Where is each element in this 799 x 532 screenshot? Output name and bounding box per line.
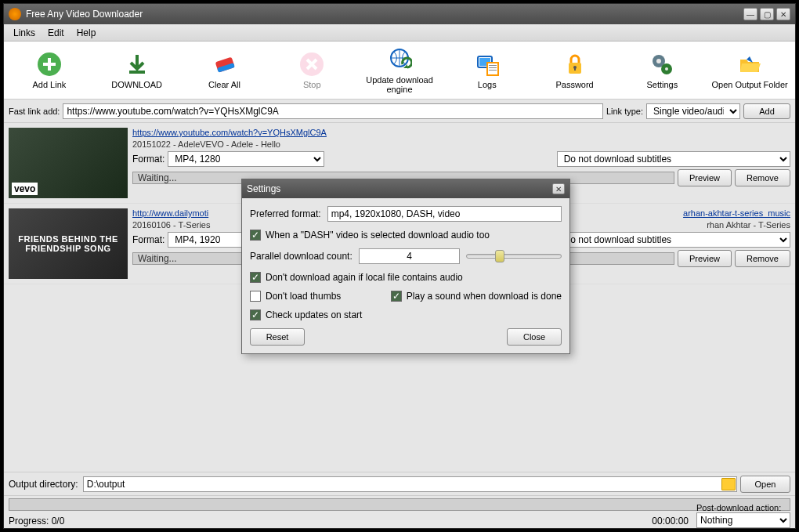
svg-rect-10 [487,63,498,75]
svg-rect-11 [489,65,497,66]
plus-icon [37,52,62,77]
dont-load-thumbs-checkbox[interactable] [250,291,261,302]
svg-rect-16 [574,67,576,71]
preview-button[interactable]: Preview [678,169,732,186]
item-url-link[interactable]: http://www.dailymoti [132,208,208,218]
status-bar: Progress: 0/0 00:00:00 Post-download act… [4,495,795,528]
logs-button[interactable]: Logs [443,49,531,92]
menubar: Links Edit Help [4,24,795,42]
window-title: Free Any Video Downloader [26,9,741,20]
dialog-title-text: Settings [247,183,280,194]
stop-icon [299,52,324,77]
dont-download-again-label: Don't download again if local file conta… [266,272,463,283]
parallel-count-slider[interactable] [466,254,562,259]
item-url-link-suffix[interactable]: arhan-akhtar-t-series_music [683,208,790,218]
parallel-count-label: Parallel download count: [250,251,352,262]
eraser-icon [212,52,237,77]
post-action-select[interactable]: Nothing [696,512,790,528]
format-label: Format: [132,234,164,245]
dont-download-again-checkbox[interactable]: ✓ [250,272,261,283]
fast-link-label: Fast link add: [9,107,60,116]
close-button[interactable]: ✕ [776,8,790,20]
app-icon [9,8,21,20]
preferred-format-label: Preferred format: [250,208,321,219]
lock-icon [562,52,588,77]
format-label: Format: [132,154,164,165]
svg-point-18 [656,59,661,63]
play-sound-label: Play a sound when download is done [407,291,562,302]
svg-rect-13 [489,70,497,71]
parallel-count-input[interactable] [359,248,461,264]
svg-rect-2 [43,63,56,66]
titlebar: Free Any Video Downloader — ▢ ✕ [4,4,795,24]
globe-refresh-icon [387,47,412,72]
fast-link-input[interactable] [63,103,602,119]
remove-button[interactable]: Remove [735,169,790,186]
output-bar: Output directory: Open [4,472,795,495]
fast-link-bar: Fast link add: Link type: Single video/a… [4,100,795,123]
menu-help[interactable]: Help [70,25,103,41]
stop-button[interactable]: Stop [268,49,356,92]
open-output-button[interactable]: Open [740,476,790,493]
format-select[interactable]: MP4, 1280 [168,151,324,167]
download-icon [125,52,150,77]
clear-all-button[interactable]: Clear All [181,49,269,92]
time-label: 00:00:00 [652,516,689,527]
reset-button[interactable]: Reset [250,328,305,346]
gears-icon [649,52,674,77]
svg-rect-12 [489,67,497,68]
output-label: Output directory: [9,479,78,490]
browse-folder-icon[interactable] [721,478,736,490]
output-directory-input[interactable] [83,476,737,492]
item-meta: 20160106 - T-Series [132,220,210,230]
dont-load-thumbs-label: Don't load thumbs [266,291,341,302]
dash-audio-checkbox[interactable]: ✓ [250,230,261,241]
dialog-titlebar: Settings ✕ [242,179,569,198]
password-button[interactable]: Password [531,49,619,92]
svg-rect-3 [129,71,145,74]
dialog-close-button[interactable]: ✕ [552,183,565,194]
update-engine-button[interactable]: Update download engine [356,44,443,97]
thumbnail: FRIENDS BEHIND THE FRIENDSHIP SONG [9,208,128,279]
minimize-button[interactable]: — [743,8,757,20]
subtitles-select[interactable]: Do not download subtitles [557,232,790,248]
slider-thumb[interactable] [495,250,504,262]
preview-button[interactable]: Preview [678,250,732,267]
open-output-folder-button[interactable]: Open Output Folder [706,49,794,92]
svg-point-20 [665,67,668,71]
dash-audio-label: When a "DASH" video is selected download… [266,230,490,241]
menu-links[interactable]: Links [7,25,42,41]
overall-progress-bar [9,498,790,511]
settings-button[interactable]: Settings [618,49,706,92]
close-dialog-button[interactable]: Close [507,328,562,346]
settings-dialog: Settings ✕ Preferred format: ✓ When a "D… [241,179,570,354]
toolbar: Add Link DOWNLOAD Clear All Stop Update … [4,42,795,100]
item-url-link[interactable]: https://www.youtube.com/watch?v=YQHsXMgl… [132,128,790,137]
progress-label: Progress: 0/0 [9,516,64,527]
folder-icon [737,52,762,77]
download-button[interactable]: DOWNLOAD [93,49,181,92]
add-button[interactable]: Add [743,103,790,119]
link-type-label: Link type: [606,107,643,116]
logs-icon [475,52,500,77]
preferred-format-input[interactable] [327,206,562,222]
item-meta: 20151022 - AdeleVEVO - Adele - Hello [132,139,790,149]
check-updates-label: Check updates on start [266,309,362,320]
check-updates-checkbox[interactable]: ✓ [250,309,261,320]
post-action-label: Post-download action: [696,503,790,512]
play-sound-checkbox[interactable]: ✓ [391,291,402,302]
subtitles-select[interactable]: Do not download subtitles [557,151,790,167]
maximize-button[interactable]: ▢ [760,8,774,20]
remove-button[interactable]: Remove [735,250,790,267]
thumbnail: vevo [9,128,128,198]
add-link-button[interactable]: Add Link [5,49,93,92]
link-type-select[interactable]: Single video/audio [646,103,740,119]
menu-edit[interactable]: Edit [42,25,70,41]
